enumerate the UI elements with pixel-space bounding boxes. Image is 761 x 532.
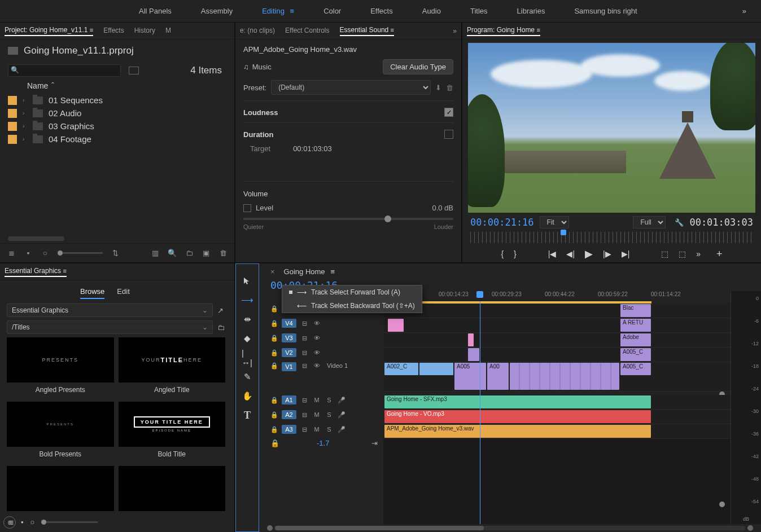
step-back-button[interactable]: ◀| [566,249,575,258]
hamburger-icon[interactable]: ≡ [288,7,294,15]
clip[interactable]: A005_C [620,363,651,375]
track-select-forward-item[interactable]: ⟶Track Select Forward Tool (A) [282,285,422,299]
hamburger-icon[interactable]: ≡ [536,27,540,33]
clip[interactable]: A005 [454,363,486,390]
edit-tab[interactable]: Edit [117,287,129,299]
clear-audio-type-button[interactable]: Clear Audio Type [383,59,453,74]
volume-slider[interactable] [243,218,453,220]
extract-button[interactable]: ⬚ [679,249,686,258]
clip[interactable] [419,363,453,375]
track-resize-handle[interactable] [719,502,725,507]
sequence-tab[interactable]: Going Home [284,267,325,276]
lock-icon[interactable]: 🔒 [270,426,278,433]
folder-dropdown[interactable]: /Titles [7,320,213,334]
clip[interactable]: A005_C [620,348,651,361]
level-value[interactable]: 0.0 dB [432,204,453,212]
library-dropdown[interactable]: Essential Graphics [7,304,213,317]
level-checkbox[interactable] [243,204,251,212]
hamburger-icon[interactable]: ≡ [391,27,394,33]
workspace-tab-editing[interactable]: Editing ≡ [259,7,298,15]
razor-tool[interactable]: ◆ [242,333,253,344]
zoom-dropdown[interactable]: Fit [540,216,569,228]
bin-item[interactable]: ›03 Graphics [5,120,230,133]
sync-lock-icon[interactable]: ⊟ [300,362,309,370]
audio-track[interactable]: Going Home - SFX.mp3 [383,395,731,410]
workspace-tab[interactable]: Samsung bins right [571,7,640,15]
video-track[interactable]: A002_C A005 A00 A005_C [383,362,731,392]
type-tool[interactable]: T [242,410,253,421]
effects-tab[interactable]: Effects [103,27,124,36]
bin-item[interactable]: ›01 Sequences [5,94,230,107]
workspace-tab[interactable]: Color [320,7,344,15]
source-noclips-tab[interactable]: e: (no clips) [240,27,275,36]
audio-track-header[interactable]: 🔒A1⊟MS🎤 [259,393,383,407]
audio-track[interactable]: APM_Adobe_Going Home_v3.wav [383,424,731,439]
program-viewport[interactable] [468,43,755,213]
clip[interactable]: A RETU [620,319,651,332]
duration-section-header[interactable]: Duration [243,130,273,139]
zoom-out-handle[interactable] [267,525,273,531]
download-preset-icon[interactable]: ⬇ [435,83,441,92]
audio-track-header[interactable]: 🔒A2⊟MS🎤 [259,407,383,422]
solo-icon[interactable]: S [325,397,334,403]
voiceover-icon[interactable]: 🎤 [337,397,346,404]
zoom-icon[interactable]: ○ [30,518,35,526]
send-to-icon[interactable]: ↗ [217,306,228,314]
hamburger-icon[interactable]: ≡ [331,267,335,276]
preset-dropdown[interactable]: (Default) [271,80,431,95]
go-to-in-button[interactable]: |◀ [548,249,557,258]
eye-icon[interactable]: 👁 [312,320,321,327]
workspace-tab[interactable]: Assembly [198,7,236,15]
essential-graphics-tab[interactable]: Essential Graphics ≡ [5,267,67,277]
mogrt-item[interactable] [119,466,226,515]
video-track-header[interactable]: 🔒V2⊟👁 [259,345,383,360]
chevron-right-icon[interactable]: › [23,123,27,129]
bin-item[interactable]: ›04 Footage [5,133,230,146]
lock-icon[interactable]: 🔒 [270,335,278,342]
video-track[interactable]: A RETU [383,318,731,333]
clip[interactable]: Going Home - VO.mp3 [384,410,651,423]
icon-view-icon[interactable]: ▪ [24,249,33,258]
eye-icon[interactable]: 👁 [312,362,321,369]
horizontal-scrollbar[interactable] [8,236,64,241]
button-editor-icon[interactable]: + [716,248,723,260]
sync-lock-icon[interactable]: ⊟ [300,349,309,357]
chevron-right-icon[interactable]: › [23,97,27,103]
clip[interactable] [468,348,479,361]
play-button[interactable]: ▶ [585,248,593,260]
clear-icon[interactable]: 🗑 [218,249,228,258]
mogrt-item[interactable] [7,466,114,515]
solo-icon[interactable]: S [325,426,334,433]
list-view-icon[interactable]: ≣ [7,249,16,258]
browse-tab[interactable]: Browse [80,287,104,299]
sync-lock-icon[interactable]: ⊟ [300,411,309,419]
track-select-backward-item[interactable]: ⟵Track Select Backward Tool (⇧+A) [282,299,422,313]
mark-in-button[interactable]: { [501,249,504,258]
program-timecode[interactable]: 00:00:21:16 [470,217,534,228]
pen-tool[interactable]: ✎ [242,371,253,382]
clip[interactable]: A002_C [384,363,418,375]
solo-icon[interactable]: S [325,411,334,418]
clip[interactable]: Blac [620,304,651,317]
creative-cloud-icon[interactable]: ⊚ [3,516,16,529]
workspace-tab[interactable]: Effects [367,7,396,15]
find-icon[interactable]: 🔍 [168,249,177,258]
track-select-tool[interactable]: ⟶ [242,294,253,306]
history-tab[interactable]: History [134,27,155,36]
go-to-out-button[interactable]: ▶| [622,249,630,258]
column-header-name[interactable]: Name ˆ [0,79,234,94]
step-forward-button[interactable]: |▶ [603,249,611,258]
essential-sound-tab[interactable]: Essential Sound ≡ [340,26,395,36]
clip[interactable] [510,363,619,390]
clip[interactable]: A00 [487,363,509,390]
video-track-header[interactable]: 🔒V3⊟👁 [259,331,383,345]
duration-checkbox[interactable]: ✓ [444,130,453,139]
video-track-header[interactable]: 🔒V1⊟👁Video 1 [259,360,383,389]
workspace-tab[interactable]: Audio [419,7,444,15]
video-track[interactable]: A005_C [383,348,731,362]
clip[interactable] [388,319,404,332]
voiceover-icon[interactable]: 🎤 [337,426,346,433]
automate-icon[interactable]: ▥ [151,249,160,258]
zoom-in-handle[interactable] [747,525,753,531]
loudness-section-header[interactable]: Loudness [243,108,278,117]
